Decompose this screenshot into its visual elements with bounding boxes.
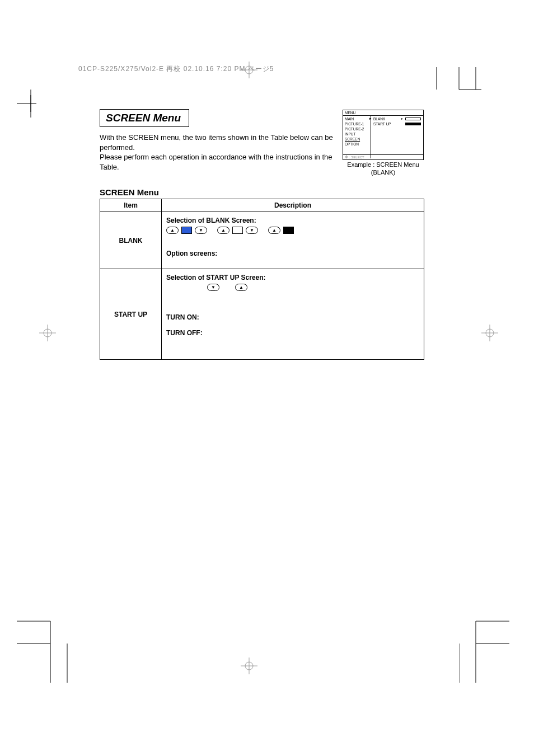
down-button-icon: ▼	[195, 227, 207, 234]
crop-mark-tr	[431, 0, 487, 112]
screen-menu-table: Item Description BLANK Selection of BLAN…	[100, 199, 424, 360]
desc-heading: Selection of BLANK Screen:	[166, 217, 419, 224]
crop-mark-bl	[17, 616, 73, 683]
osd-left-column: MAIN PICTURE-1 PICTURE-2 INPUT SCREEN OP…	[343, 116, 371, 158]
osd-menu-header: MENU	[343, 110, 423, 116]
crop-mark-tl	[17, 90, 45, 118]
osd-item-picture1: PICTURE-1	[345, 121, 369, 126]
table-header-description: Description	[162, 199, 424, 212]
osd-right-blank: BLANK	[373, 116, 385, 121]
item-cell-startup: START UP	[100, 269, 162, 360]
osd-example: MENU MAIN PICTURE-1 PICTURE-2 INPUT SCRE…	[343, 110, 424, 177]
intro-p2: Please perform each operation in accorda…	[100, 153, 332, 171]
page-title: SCREEN Menu	[106, 112, 181, 124]
osd-select-text: : SELECT	[349, 156, 364, 159]
blue-screen-icon	[181, 227, 192, 234]
crop-mark-br	[459, 616, 515, 683]
chevron-right-icon: ▸	[401, 116, 403, 121]
table-header-item: Item	[100, 199, 162, 212]
register-mark-bottom	[241, 658, 257, 674]
intro-p1: With the SCREEN menu, the two items show…	[100, 133, 333, 152]
osd-item-option: OPTION	[345, 142, 369, 147]
register-mark-left	[39, 325, 56, 341]
turn-off-label: TURN OFF:	[166, 329, 419, 337]
item-cell-blank: BLANK	[100, 212, 162, 269]
up-button-icon: ▲	[166, 227, 179, 234]
desc-cell-startup: Selection of START UP Screen: ▼ ▲ TURN O…	[162, 269, 424, 360]
option-screens-label: Option screens:	[166, 250, 419, 257]
turn-on-label: TURN ON:	[166, 313, 419, 321]
osd-select-hint: ✥ : SELECT	[343, 154, 423, 159]
intro-text: With the SCREEN menu, the two items show…	[100, 133, 335, 172]
osd-caption: Example : SCREEN Menu (BLANK)	[343, 161, 424, 177]
table-row: BLANK Selection of BLANK Screen: ▲ ▼ ▲ ▼…	[100, 212, 424, 269]
pointer-icon: ▸	[369, 116, 372, 121]
icon-row-startup: ▼ ▲	[166, 284, 419, 291]
osd-box: MENU MAIN PICTURE-1 PICTURE-2 INPUT SCRE…	[343, 110, 424, 160]
osd-item-input: INPUT	[345, 132, 369, 137]
osd-item-main: MAIN	[345, 116, 369, 121]
black-screen-icon	[283, 227, 294, 234]
white-screen-icon	[232, 227, 243, 234]
bar-icon	[405, 118, 421, 120]
dpad-icon: ✥	[345, 155, 348, 159]
icon-row-blank: ▲ ▼ ▲ ▼ ▲	[166, 227, 419, 234]
down-button-icon: ▼	[246, 227, 258, 234]
subsection-title: SCREEN Menu	[100, 187, 424, 197]
up-button-icon: ▲	[268, 227, 280, 234]
down-button-icon: ▼	[207, 284, 219, 291]
desc-heading: Selection of START UP Screen:	[166, 274, 419, 281]
table-row: START UP Selection of START UP Screen: ▼…	[100, 269, 424, 360]
osd-item-screen: SCREEN	[345, 137, 369, 142]
osd-item-picture2: PICTURE-2	[345, 126, 369, 132]
header-info: 01CP-S225/X275/Vol2-E 再校 02.10.16 7:20 P…	[78, 64, 274, 74]
up-button-icon: ▲	[235, 284, 247, 291]
osd-right-startup: START UP	[373, 121, 391, 126]
osd-right-column: ▸ BLANK ▸ START UP	[371, 116, 423, 158]
bar-filled-icon	[405, 123, 421, 125]
osd-caption-line1: Example : SCREEN Menu	[347, 161, 419, 168]
title-box: SCREEN Menu	[100, 109, 189, 127]
osd-caption-line2: (BLANK)	[371, 169, 395, 176]
register-mark-right	[481, 325, 498, 341]
desc-cell-blank: Selection of BLANK Screen: ▲ ▼ ▲ ▼ ▲ Opt…	[162, 212, 424, 269]
up-button-icon: ▲	[217, 227, 229, 234]
